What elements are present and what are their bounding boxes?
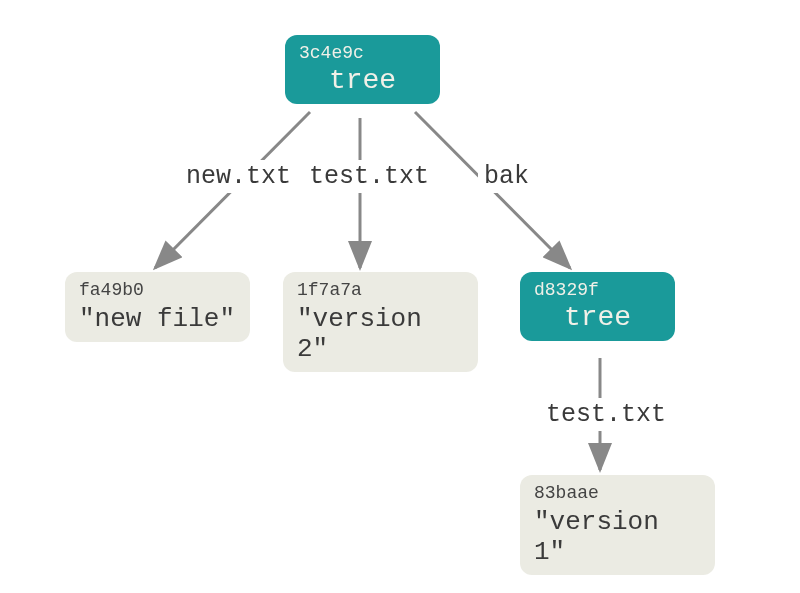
subtree-node: d8329f tree bbox=[520, 272, 675, 341]
root-type: tree bbox=[299, 65, 426, 96]
edge-new-txt: new.txt bbox=[180, 160, 297, 193]
edge-test-txt: test.txt bbox=[303, 160, 435, 193]
blob-v2-node: 1f7a7a "version 2" bbox=[283, 272, 478, 372]
subtree-hash: d8329f bbox=[534, 280, 661, 300]
blob-v2-hash: 1f7a7a bbox=[297, 280, 464, 300]
blob-v1-node: 83baae "version 1" bbox=[520, 475, 715, 575]
blob-new-hash: fa49b0 bbox=[79, 280, 236, 300]
blob-v2-content: "version 2" bbox=[297, 304, 464, 364]
blob-v1-hash: 83baae bbox=[534, 483, 701, 503]
edge-bak: bak bbox=[478, 160, 535, 193]
subtree-type: tree bbox=[534, 302, 661, 333]
blob-new-content: "new file" bbox=[79, 304, 236, 334]
blob-new-node: fa49b0 "new file" bbox=[65, 272, 250, 342]
root-hash: 3c4e9c bbox=[299, 43, 426, 63]
edge-sub-test-txt: test.txt bbox=[540, 398, 672, 431]
blob-v1-content: "version 1" bbox=[534, 507, 701, 567]
root-tree-node: 3c4e9c tree bbox=[285, 35, 440, 104]
